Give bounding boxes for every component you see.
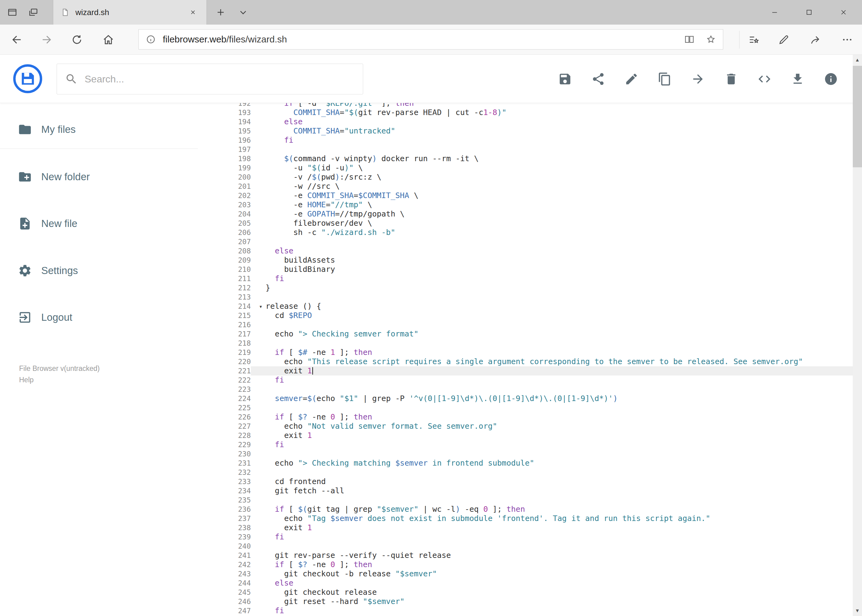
code-text[interactable] bbox=[251, 449, 853, 459]
line-number[interactable]: 242 bbox=[198, 560, 251, 569]
reading-view-button[interactable] bbox=[684, 34, 695, 45]
line-number[interactable]: 204 bbox=[198, 209, 251, 218]
fold-arrow-icon[interactable]: ▾ bbox=[259, 302, 263, 311]
code-line[interactable]: 233 cd frontend bbox=[198, 477, 853, 486]
share-button[interactable] bbox=[804, 25, 826, 55]
filebrowser-logo[interactable] bbox=[13, 64, 43, 93]
tab-close-button[interactable] bbox=[187, 6, 199, 19]
code-button[interactable] bbox=[757, 72, 772, 86]
new-tab-button[interactable] bbox=[210, 0, 232, 25]
line-number[interactable]: 223 bbox=[198, 385, 251, 394]
code-line[interactable]: 210 buildBinary bbox=[198, 265, 853, 274]
share-button[interactable] bbox=[591, 72, 605, 86]
line-number[interactable]: 228 bbox=[198, 431, 251, 440]
close-window-button[interactable] bbox=[826, 0, 861, 25]
line-number[interactable]: 197 bbox=[198, 145, 251, 154]
code-line[interactable]: 232 bbox=[198, 468, 853, 477]
code-line[interactable]: 222 fi bbox=[198, 376, 853, 385]
line-number[interactable]: 231 bbox=[198, 459, 251, 468]
line-number[interactable]: 246 bbox=[198, 597, 251, 606]
code-text[interactable]: git reset --hard "$semver" bbox=[251, 597, 853, 606]
code-text[interactable]: echo "> Checking matching $semver in fro… bbox=[251, 459, 853, 468]
more-menu-button[interactable] bbox=[836, 25, 858, 55]
code-line[interactable]: 242 if [ $? -ne 0 ]; then bbox=[198, 560, 853, 569]
line-number[interactable]: 194 bbox=[198, 117, 251, 126]
code-text[interactable] bbox=[251, 339, 853, 348]
code-text[interactable]: fi bbox=[251, 376, 853, 385]
code-text[interactable]: -e COMMIT_SHA=$COMMIT_SHA \ bbox=[251, 191, 853, 200]
line-number[interactable]: 237 bbox=[198, 514, 251, 523]
code-line[interactable]: 229 fi bbox=[198, 440, 853, 449]
web-note-button[interactable] bbox=[773, 25, 795, 55]
code-line[interactable]: 218 bbox=[198, 339, 853, 348]
code-text[interactable]: fi bbox=[251, 606, 853, 615]
sidebar-item-new-folder[interactable]: New folder bbox=[0, 167, 198, 187]
line-number[interactable]: 245 bbox=[198, 588, 251, 597]
code-line[interactable]: 207 bbox=[198, 237, 853, 246]
code-text[interactable]: cd frontend bbox=[251, 477, 853, 486]
line-number[interactable]: 210 bbox=[198, 265, 251, 274]
code-line[interactable]: 217 echo "> Checking semver format" bbox=[198, 329, 853, 339]
add-favorite-button[interactable] bbox=[706, 34, 716, 45]
code-line[interactable]: 196 fi bbox=[198, 136, 853, 145]
code-line[interactable]: 220 echo "This release script requires a… bbox=[198, 357, 853, 366]
code-text[interactable]: echo "Tag $semver does not exist in subm… bbox=[251, 514, 853, 523]
code-text[interactable]: if [ $? -ne 0 ]; then bbox=[251, 560, 853, 569]
code-text[interactable]: filebrowser/dev \ bbox=[251, 218, 853, 228]
scroll-down-arrow-icon[interactable]: ▼ bbox=[853, 605, 862, 616]
code-text[interactable] bbox=[251, 403, 853, 412]
code-line[interactable]: 227 echo "Not valid semver format. See s… bbox=[198, 422, 853, 431]
code-text[interactable]: exit 1 bbox=[251, 431, 853, 440]
address-bar[interactable]: filebrowser.web/files/wizard.sh bbox=[139, 29, 723, 50]
code-line[interactable]: 215 cd $REPO bbox=[198, 311, 853, 320]
code-text[interactable]: fi bbox=[251, 274, 853, 283]
line-number[interactable]: 205 bbox=[198, 218, 251, 228]
code-text[interactable]: echo "Not valid semver format. See semve… bbox=[251, 422, 853, 431]
line-number[interactable]: 202 bbox=[198, 191, 251, 200]
code-text[interactable]: git rev-parse --verify --quiet release bbox=[251, 551, 853, 560]
line-number[interactable]: 217 bbox=[198, 329, 251, 339]
code-text[interactable] bbox=[251, 468, 853, 477]
line-number[interactable]: 241 bbox=[198, 551, 251, 560]
line-number[interactable]: 214▾ bbox=[198, 302, 251, 311]
delete-button[interactable] bbox=[724, 72, 738, 86]
code-text[interactable]: cd $REPO bbox=[251, 311, 853, 320]
back-button[interactable] bbox=[6, 25, 27, 55]
code-line[interactable]: 241 git rev-parse --verify --quiet relea… bbox=[198, 551, 853, 560]
code-text[interactable]: -v /$(pwd):/src:z \ bbox=[251, 173, 853, 182]
info-button[interactable] bbox=[824, 72, 838, 86]
code-text[interactable] bbox=[251, 495, 853, 504]
line-number[interactable]: 211 bbox=[198, 274, 251, 283]
code-line[interactable]: 202 -e COMMIT_SHA=$COMMIT_SHA \ bbox=[198, 191, 853, 200]
code-text[interactable]: git checkout release bbox=[251, 588, 853, 597]
refresh-button[interactable] bbox=[66, 25, 88, 55]
code-line[interactable]: 245 git checkout release bbox=[198, 588, 853, 597]
line-number[interactable]: 221 bbox=[198, 366, 251, 376]
code-text[interactable]: semver=$(echo "$1" | grep -P '^v(0|[1-9]… bbox=[251, 394, 853, 403]
line-number[interactable]: 213 bbox=[198, 292, 251, 302]
code-text[interactable] bbox=[251, 385, 853, 394]
line-number[interactable]: 215 bbox=[198, 311, 251, 320]
code-line[interactable]: 197 bbox=[198, 145, 853, 154]
code-line[interactable]: 201 -w //src \ bbox=[198, 182, 853, 191]
browser-tab[interactable]: wizard.sh bbox=[53, 0, 207, 25]
code-text[interactable]: if [ $(git tag | grep "$semver" | wc -l)… bbox=[251, 504, 853, 514]
help-link[interactable]: Help bbox=[19, 374, 100, 386]
line-number[interactable]: 193 bbox=[198, 108, 251, 117]
line-number[interactable]: 243 bbox=[198, 569, 251, 578]
code-line[interactable]: 200 -v /$(pwd):/src:z \ bbox=[198, 173, 853, 182]
code-line[interactable]: 226 if [ $? -ne 0 ]; then bbox=[198, 412, 853, 422]
code-line[interactable]: 243 git checkout -b release "$semver" bbox=[198, 569, 853, 578]
line-number[interactable]: 196 bbox=[198, 136, 251, 145]
code-text[interactable]: fi bbox=[251, 440, 853, 449]
code-line[interactable]: 230 bbox=[198, 449, 853, 459]
line-number[interactable]: 207 bbox=[198, 237, 251, 246]
code-line[interactable]: 195 COMMIT_SHA="untracked" bbox=[198, 126, 853, 136]
forward-button[interactable] bbox=[36, 25, 58, 55]
code-text[interactable]: sh -c "./wizard.sh -b" bbox=[251, 228, 853, 237]
code-text[interactable]: fi bbox=[251, 532, 853, 542]
home-button[interactable] bbox=[98, 25, 119, 55]
minimize-button[interactable] bbox=[757, 0, 792, 25]
code-line[interactable]: 224 semver=$(echo "$1" | grep -P '^v(0|[… bbox=[198, 394, 853, 403]
line-number[interactable]: 208 bbox=[198, 246, 251, 256]
